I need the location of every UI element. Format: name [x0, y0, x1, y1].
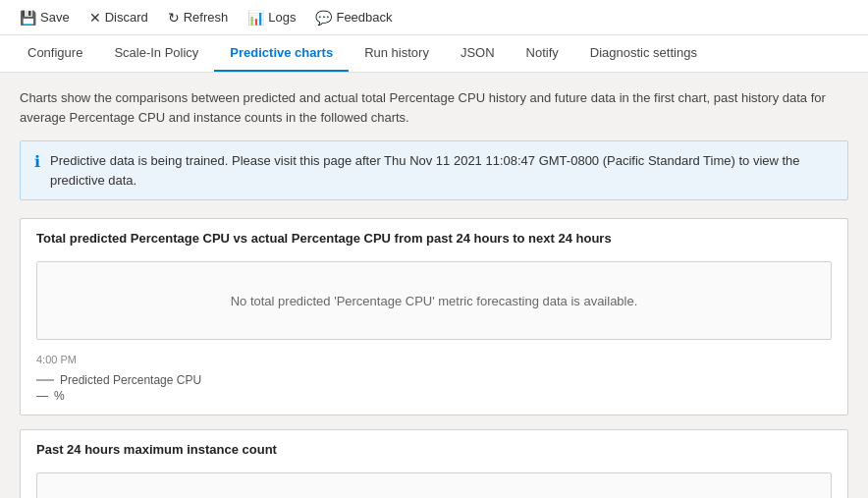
refresh-button[interactable]: ↻ Refresh — [160, 6, 237, 29]
chart1-legend: Predicted Percentage CPU — % — [21, 369, 847, 415]
chart1-no-data: No total predicted 'Percentage CPU' metr… — [231, 294, 638, 308]
tabs: Configure Scale-In Policy Predictive cha… — [12, 35, 856, 72]
chart1-legend-unit-item: — % — [36, 389, 832, 403]
chart2-section: Past 24 hours maximum instance count No … — [20, 429, 848, 498]
logs-icon: 📊 — [247, 10, 264, 26]
tab-configure[interactable]: Configure — [12, 35, 98, 72]
tab-notify[interactable]: Notify — [511, 35, 574, 72]
chart1-axis-label: 4:00 PM — [21, 352, 847, 369]
discard-button[interactable]: ✕ Discard — [81, 6, 156, 29]
chart1-legend-item: Predicted Percentage CPU — [36, 373, 832, 387]
tab-scale-in-policy[interactable]: Scale-In Policy — [98, 35, 214, 72]
tabs-container: Configure Scale-In Policy Predictive cha… — [0, 35, 868, 73]
save-icon: 💾 — [20, 10, 36, 26]
chart1-title: Total predicted Percentage CPU vs actual… — [21, 219, 847, 253]
feedback-label: Feedback — [336, 10, 392, 25]
tab-diagnostic-settings[interactable]: Diagnostic settings — [574, 35, 713, 72]
save-button[interactable]: 💾 Save — [12, 6, 78, 29]
refresh-icon: ↻ — [168, 10, 180, 26]
chart1-legend-unit: % — [54, 389, 65, 403]
info-icon: ℹ — [34, 152, 40, 171]
description-text: Charts show the comparisons between pred… — [20, 88, 848, 127]
feedback-button[interactable]: 💬 Feedback — [307, 6, 400, 29]
chart2-area: No instance count data is available. — [36, 472, 832, 498]
discard-icon: ✕ — [89, 10, 101, 26]
chart1-legend-line — [36, 379, 54, 381]
feedback-icon: 💬 — [315, 10, 332, 26]
tab-json[interactable]: JSON — [445, 35, 511, 72]
chart1-section: Total predicted Percentage CPU vs actual… — [20, 218, 848, 415]
logs-button[interactable]: 📊 Logs — [240, 6, 303, 29]
chart1-legend-dash: — — [36, 389, 48, 403]
tab-run-history[interactable]: Run history — [349, 35, 445, 72]
tab-predictive-charts[interactable]: Predictive charts — [214, 35, 349, 72]
toolbar: 💾 Save ✕ Discard ↻ Refresh 📊 Logs 💬 Feed… — [0, 0, 868, 35]
chart1-area: No total predicted 'Percentage CPU' metr… — [36, 261, 832, 340]
logs-label: Logs — [268, 10, 296, 25]
main-content: Charts show the comparisons between pred… — [0, 73, 868, 498]
discard-label: Discard — [105, 10, 148, 25]
info-text: Predictive data is being trained. Please… — [50, 151, 834, 190]
info-banner: ℹ Predictive data is being trained. Plea… — [20, 140, 848, 200]
chart2-title: Past 24 hours maximum instance count — [21, 430, 847, 465]
chart1-legend-label: Predicted Percentage CPU — [60, 373, 201, 387]
refresh-label: Refresh — [184, 10, 229, 25]
save-label: Save — [40, 10, 70, 25]
